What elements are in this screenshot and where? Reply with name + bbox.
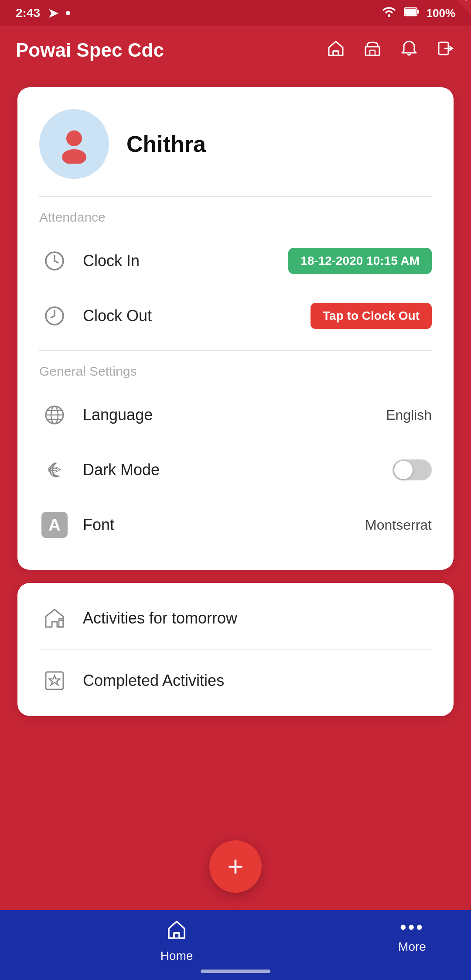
tomorrow-activities-row[interactable]: Activities for tomorrow (39, 587, 432, 650)
svg-marker-21 (49, 675, 60, 685)
status-left: 2:43 ➤ (16, 6, 70, 21)
activities-card: Activities for tomorrow Completed Activi… (17, 583, 454, 716)
battery-icon (404, 6, 420, 21)
bottom-nav-home[interactable]: Home (133, 918, 220, 963)
dark-mode-row[interactable]: ✏ Dark Mode (39, 442, 432, 497)
language-label: Language (83, 406, 386, 424)
font-icon: A (39, 510, 70, 540)
font-value: Montserrat (365, 517, 432, 533)
main-card: Chithra Attendance Clock In 18-12-2020 1… (17, 87, 454, 570)
toggle-thumb (394, 461, 413, 479)
svg-rect-6 (370, 50, 375, 55)
more-dots-icon: ••• (400, 918, 424, 936)
fab-plus-icon: + (227, 853, 243, 881)
clock-out-btn[interactable]: Tap to Clock Out (311, 303, 432, 329)
divider-1 (39, 196, 432, 197)
user-name: Chithra (126, 131, 206, 157)
bottom-more-label: More (398, 940, 426, 954)
status-right: 100% (381, 6, 456, 21)
status-time: 2:43 (16, 6, 40, 20)
language-row[interactable]: Language English (39, 387, 432, 442)
tomorrow-label: Activities for tomorrow (83, 609, 237, 627)
person-icon (55, 124, 94, 164)
logout-nav-icon[interactable] (436, 39, 455, 62)
bottom-home-icon (165, 918, 188, 946)
store-nav-icon[interactable] (363, 39, 382, 62)
language-icon (39, 400, 70, 430)
telegram-icon: ➤ (48, 6, 58, 21)
home-nav-icon[interactable] (326, 39, 345, 62)
battery-percent: 100% (427, 7, 456, 20)
clock-in-label: Clock In (83, 252, 288, 270)
completed-icon (39, 665, 70, 696)
bottom-nav-more[interactable]: ••• More (369, 918, 456, 954)
bottom-home-label: Home (160, 949, 193, 963)
svg-rect-3 (405, 9, 416, 15)
clock-in-row[interactable]: Clock In 18-12-2020 10:15 AM (39, 233, 432, 288)
svg-point-0 (388, 14, 390, 17)
app-title: Powai Spec Cdc (16, 39, 326, 61)
completed-activities-row[interactable]: Completed Activities (39, 650, 432, 712)
svg-rect-5 (365, 47, 379, 55)
profile-section: Chithra (39, 109, 432, 196)
attendance-section-label: Attendance (39, 210, 432, 225)
fab-button[interactable]: + (209, 840, 262, 893)
clock-out-icon (39, 301, 70, 331)
general-settings-label: General Settings (39, 364, 432, 379)
wifi-icon (381, 6, 397, 21)
status-bar: 2:43 ➤ 10 (0, 0, 471, 26)
svg-rect-22 (174, 933, 179, 938)
svg-rect-2 (417, 10, 419, 14)
dark-mode-label: Dark Mode (83, 461, 392, 479)
bottom-nav: Home ••• More (0, 910, 471, 980)
clock-out-label: Clock Out (83, 307, 311, 325)
font-letter-icon: A (41, 512, 68, 538)
clock-in-icon (39, 246, 70, 276)
font-label: Font (83, 516, 365, 534)
clock-in-value: 18-12-2020 10:15 AM (288, 248, 432, 274)
fab-container: + (209, 840, 262, 893)
bell-nav-icon[interactable] (399, 39, 419, 62)
tomorrow-icon (39, 603, 70, 634)
dark-mode-toggle[interactable] (392, 459, 432, 480)
svg-point-9 (66, 130, 82, 146)
status-dot (66, 11, 70, 15)
nav-icons (326, 39, 455, 62)
svg-rect-4 (333, 51, 338, 55)
divider-2 (39, 350, 432, 351)
content-area: Chithra Attendance Clock In 18-12-2020 1… (0, 74, 471, 910)
language-value: English (386, 407, 432, 423)
home-indicator (201, 970, 270, 973)
completed-label: Completed Activities (83, 672, 224, 690)
svg-point-10 (62, 149, 86, 164)
font-row[interactable]: A Font Montserrat (39, 497, 432, 552)
top-nav: Powai Spec Cdc (0, 26, 471, 74)
clock-out-row[interactable]: Clock Out Tap to Clock Out (39, 288, 432, 343)
avatar (39, 109, 109, 179)
dark-mode-icon: ✏ (39, 455, 70, 485)
